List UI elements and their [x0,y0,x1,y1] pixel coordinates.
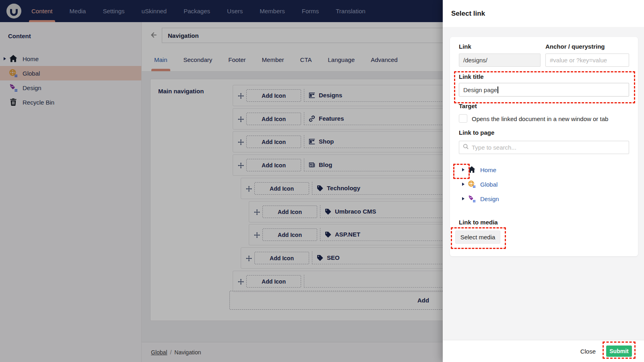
text-cursor [497,86,498,93]
page-search-input[interactable] [472,144,625,151]
globe-icon [468,180,476,188]
dialog-body: Link /designs/ Anchor / querystring Link… [443,27,644,340]
umbraco-app: Content Media Settings uSkinned Packages… [0,0,644,362]
dialog-footer: Close Submit [443,340,644,362]
chevron-right-icon[interactable] [462,197,464,200]
close-button[interactable]: Close [580,348,596,355]
new-window-checkbox-text: Opens the linked document in a new windo… [472,115,608,122]
picker-item-design[interactable]: Design [450,191,638,206]
link-to-media-label: Link to media [459,219,498,226]
target-label: Target [459,103,477,109]
dialog-title: Select link [451,10,485,18]
select-link-dialog: Select link Link /designs/ Anchor / quer… [443,0,644,362]
link-field-label: Link [459,43,471,50]
chevron-right-icon[interactable] [462,183,464,186]
anchor-field-label: Anchor / querystring [545,43,605,50]
dialog-form-card: Link /designs/ Anchor / querystring Link… [450,37,638,256]
search-icon [463,144,469,151]
tree-item-label: Global [480,181,497,188]
new-window-checkbox[interactable] [459,114,467,123]
chevron-right-icon[interactable] [462,168,464,171]
link-to-page-label: Link to page [459,129,494,136]
tree-item-label: Home [480,167,496,173]
submit-button[interactable]: Submit [606,346,632,357]
design-icon [468,195,476,203]
link-title-input[interactable]: Design page [459,83,629,97]
page-picker-tree: Home Global Design [450,162,638,206]
link-title-label: Link title [459,73,484,80]
tree-item-label: Design [480,195,499,202]
page-search-box [459,141,629,154]
picker-item-global[interactable]: Global [450,177,638,191]
select-media-button[interactable]: Select media [455,230,500,244]
link-url-field: /designs/ [459,53,541,67]
modal-dim-overlay [0,0,443,362]
home-icon [468,166,476,174]
anchor-input[interactable] [545,53,629,67]
picker-item-home[interactable]: Home [450,162,638,177]
